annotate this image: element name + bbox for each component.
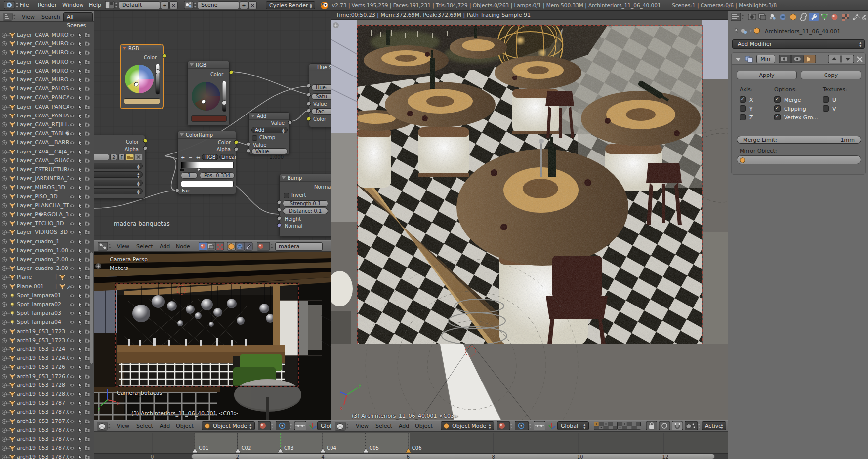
visibility-eye-icon[interactable] (69, 391, 75, 397)
selectability-cursor-icon[interactable] (77, 203, 83, 209)
outliner-row[interactable]: Plane.001| (0, 282, 94, 291)
selectability-cursor-icon[interactable] (77, 409, 83, 415)
selectability-cursor-icon[interactable] (77, 239, 83, 245)
visibility-eye-icon[interactable] (69, 454, 75, 459)
image-users-button[interactable]: 2 (110, 154, 117, 160)
selectability-cursor-icon[interactable] (77, 329, 83, 335)
outliner-menu-search[interactable]: Search (41, 14, 60, 20)
visibility-eye-icon[interactable] (69, 346, 75, 352)
add-operation[interactable]: Add▲▼ (251, 127, 288, 133)
visibility-eye-icon[interactable] (69, 113, 75, 119)
rvp-layers-widget[interactable] (594, 422, 643, 430)
selectability-cursor-icon[interactable] (77, 445, 83, 451)
outliner-row[interactable]: Layer_cuadro_2.001 (0, 255, 94, 264)
renderability-camera-icon[interactable] (84, 419, 90, 424)
outliner-row[interactable]: arch19_053_1787 (0, 399, 94, 408)
renderability-camera-icon[interactable] (84, 86, 90, 92)
selectability-cursor-icon[interactable] (77, 338, 83, 344)
visibility-eye-icon[interactable] (69, 338, 75, 344)
outliner-row[interactable]: arch19_053_1787.0 (0, 453, 94, 459)
visibility-eye-icon[interactable] (69, 374, 75, 380)
image-colorspace-select[interactable]: ▲▼ (94, 171, 143, 178)
vp-menu-object[interactable]: Object (176, 423, 194, 429)
outliner-row[interactable]: arch19_053_1723 (0, 327, 94, 336)
outliner-row[interactable]: Plane| (0, 273, 94, 282)
selectability-cursor-icon[interactable] (77, 185, 83, 191)
renderability-camera-icon[interactable] (84, 203, 90, 209)
visibility-eye-icon[interactable] (69, 293, 75, 299)
outliner-row[interactable]: Layer_CAVA_TABL� (0, 129, 94, 138)
saturation-slider[interactable]: Satu (311, 93, 331, 100)
mirror-object-field[interactable] (737, 155, 861, 164)
outliner-row[interactable]: arch19_053_1723.0 (0, 336, 94, 345)
node-bump[interactable]: Bump Normal Invert Strength:0.1 Distance… (279, 174, 331, 237)
node-menu-node[interactable]: Node (176, 243, 190, 250)
renderability-camera-icon[interactable] (84, 382, 90, 388)
add-value-slider[interactable]: Value:1.000 (251, 148, 288, 154)
visibility-eye-icon[interactable] (69, 436, 75, 442)
outliner-row[interactable]: Layer_CAVA_MUROS (0, 48, 94, 57)
scene-icon[interactable] (184, 1, 197, 9)
renderability-camera-icon[interactable] (84, 122, 90, 128)
timeline-marker[interactable]: C04 (320, 448, 326, 453)
renderability-camera-icon[interactable] (84, 400, 90, 406)
add-clamp-checkbox[interactable] (252, 135, 257, 141)
renderability-camera-icon[interactable] (84, 113, 90, 119)
outliner-row[interactable]: Spot_lampara02 (0, 300, 94, 309)
bump-distance[interactable]: Distance: 0.1 (283, 208, 328, 214)
checkbox-y[interactable] (740, 105, 746, 112)
visibility-eye-icon[interactable] (69, 176, 75, 182)
menu-file[interactable]: File (20, 2, 29, 8)
renderability-camera-icon[interactable] (84, 221, 90, 227)
node-add[interactable]: Add Value Add▲▼ Clamp Value Value:1.000 (248, 112, 290, 154)
renderability-camera-icon[interactable] (84, 230, 90, 235)
selectability-cursor-icon[interactable] (77, 266, 83, 271)
render-engine-select[interactable]: Cycles Render▲▼ (266, 1, 315, 9)
outliner-row[interactable]: Layer_CAVA__BARRI (0, 138, 94, 147)
renderability-camera-icon[interactable] (84, 436, 90, 442)
outliner-row[interactable]: arch19_053_1787.0 (0, 435, 94, 444)
renderability-camera-icon[interactable] (84, 364, 90, 370)
selectability-cursor-icon[interactable] (77, 355, 83, 361)
outliner-row[interactable]: Layer_P�RGOLA_3D (0, 210, 94, 219)
properties-tabs[interactable] (731, 13, 866, 22)
vp-mode-select[interactable]: Object Mode▲▼ (202, 421, 255, 430)
visibility-eye-icon[interactable] (69, 104, 75, 110)
checkbox-vertexgro[interactable] (774, 114, 781, 120)
selectability-cursor-icon[interactable] (77, 319, 83, 325)
selectability-cursor-icon[interactable] (77, 346, 83, 352)
breadcrumb-icons[interactable] (733, 27, 763, 35)
selectability-cursor-icon[interactable] (77, 140, 83, 146)
viewport-render[interactable]: Time:00:50.23 | Mem:372.69M, Peak:372.69… (331, 11, 728, 420)
visibility-eye-icon[interactable] (69, 122, 75, 128)
selectability-cursor-icon[interactable] (77, 68, 83, 74)
renderability-camera-icon[interactable] (84, 185, 90, 191)
colorramp-swatch[interactable] (181, 181, 234, 187)
rgb2-color-swatch[interactable] (191, 115, 227, 122)
rvp-pivot-select[interactable] (515, 421, 532, 430)
bump-invert-checkbox[interactable] (284, 193, 289, 198)
outliner-row[interactable]: Layer_VIDRIOS_3D (0, 228, 94, 237)
timeline-marker[interactable]: C06 (406, 448, 411, 453)
outliner-scope-select[interactable]: All Scenes (63, 12, 93, 21)
rvp-shading-select[interactable] (497, 421, 512, 430)
selectability-cursor-icon[interactable] (77, 230, 83, 235)
timeline-scrollbar[interactable] (191, 454, 715, 459)
outliner-row[interactable]: Layer_cuadro_3.001 (0, 264, 94, 273)
outliner-row[interactable]: Layer_CAVA_MUROS (0, 31, 94, 39)
outliner-row[interactable]: Spot_lampara03 (0, 309, 94, 318)
renderability-camera-icon[interactable] (84, 239, 90, 245)
renderability-camera-icon[interactable] (84, 41, 90, 47)
outliner-row[interactable]: Layer_ESTRUCTURA_ (0, 165, 94, 174)
outliner-row[interactable]: Layer_MUROS_3D| (0, 183, 94, 192)
scene-close-button[interactable]: ✕ (248, 1, 257, 9)
scene-field[interactable]: Scene (198, 1, 239, 9)
selectability-cursor-icon[interactable] (77, 32, 83, 38)
node-menu-view[interactable]: View (117, 243, 129, 250)
colorramp-pos[interactable]: Pos:0.334 (200, 172, 235, 179)
outliner-row[interactable]: arch19_053_1728.0 (0, 390, 94, 399)
outliner-row[interactable]: Layer_PLANCHA_TEC (0, 201, 94, 210)
renderability-camera-icon[interactable] (84, 167, 90, 173)
renderability-camera-icon[interactable] (84, 131, 90, 137)
visibility-eye-icon[interactable] (69, 185, 75, 191)
